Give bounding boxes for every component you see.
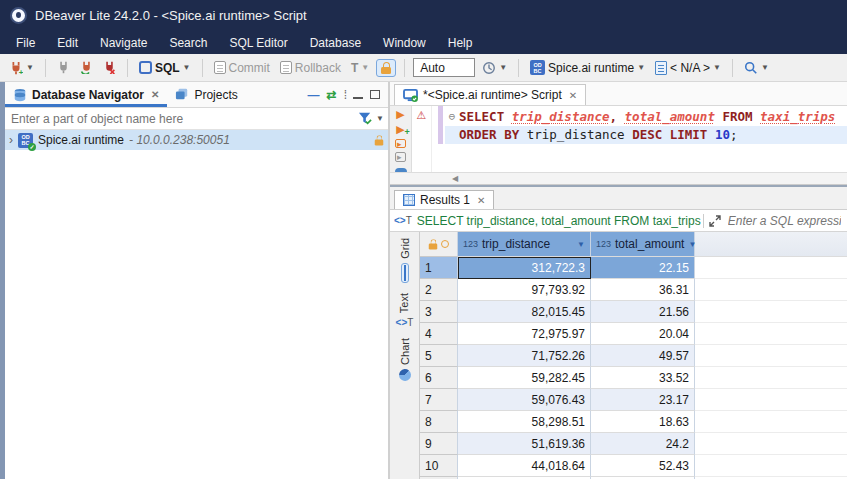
link-with-editor-icon[interactable]: ⇄ <box>327 88 337 102</box>
tab-projects[interactable]: Projects <box>167 82 245 107</box>
active-connection-selector[interactable]: ODBC Spice.ai runtime ▼ <box>527 58 648 77</box>
rollback-button[interactable]: Rollback <box>277 59 344 77</box>
explain-plan-icon[interactable] <box>395 152 406 161</box>
transaction-log-button[interactable]: ▼ <box>479 59 510 77</box>
grid-corner-cell[interactable] <box>420 232 458 257</box>
sql-expression-input[interactable] <box>726 213 843 229</box>
cell-total-amount[interactable]: 49.57 <box>591 345 695 367</box>
execute-script-icon[interactable] <box>395 139 406 148</box>
menu-database[interactable]: Database <box>300 34 371 52</box>
menu-edit[interactable]: Edit <box>47 34 88 52</box>
cell-trip-distance[interactable]: 59,076.43 <box>458 389 591 411</box>
row-number[interactable]: 1 <box>420 257 458 279</box>
cell-total-amount[interactable]: 33.52 <box>591 367 695 389</box>
cell-trip-distance[interactable]: 71,752.26 <box>458 345 591 367</box>
code-line-1[interactable]: ⊖ SELECT trip_distance, total_amount FRO… <box>445 108 847 126</box>
cell-trip-distance[interactable]: 44,018.64 <box>458 455 591 477</box>
menu-help[interactable]: Help <box>438 34 483 52</box>
sort-arrow-icon[interactable]: ▼ <box>577 240 585 249</box>
menu-sql-editor[interactable]: SQL Editor <box>219 34 297 52</box>
tab-sql-script[interactable]: *<Spice.ai runtime> Script ✕ <box>394 84 586 105</box>
tab-results-1[interactable]: Results 1 ✕ <box>394 190 494 209</box>
table-row[interactable]: 1312,722.322.15 <box>420 257 847 279</box>
connection-tree-item[interactable]: › ODBC Spice.ai runtime - 10.0.0.238:500… <box>5 130 388 150</box>
table-row[interactable]: 858,298.5118.63 <box>420 411 847 433</box>
execute-statement-icon[interactable]: ▶ <box>396 109 404 120</box>
maximize-icon[interactable] <box>370 90 380 99</box>
table-row[interactable]: 659,282.4533.52 <box>420 367 847 389</box>
cell-total-amount[interactable]: 22.15 <box>591 257 695 279</box>
cell-trip-distance[interactable]: 72,975.97 <box>458 323 591 345</box>
tab-database-navigator[interactable]: Database Navigator ✕ <box>5 82 167 107</box>
menu-file[interactable]: File <box>6 34 45 52</box>
object-filter-input[interactable] <box>9 111 354 127</box>
row-number[interactable]: 7 <box>420 389 458 411</box>
collapse-all-icon[interactable]: — <box>308 88 320 102</box>
cell-trip-distance[interactable]: 58,298.51 <box>458 411 591 433</box>
close-icon[interactable]: ✕ <box>151 89 159 100</box>
menu-window[interactable]: Window <box>373 34 436 52</box>
cell-total-amount[interactable]: 20.04 <box>591 323 695 345</box>
reconnect-button[interactable] <box>77 59 96 76</box>
rollback-label: Rollback <box>295 61 341 75</box>
sql-code-area[interactable]: ⊖ SELECT trip_distance, total_amount FRO… <box>445 106 847 172</box>
row-number[interactable]: 2 <box>420 279 458 301</box>
table-row[interactable]: 297,793.9236.31 <box>420 279 847 301</box>
disconnect-button[interactable] <box>100 59 119 76</box>
view-tab-grid[interactable]: Grid <box>399 238 411 283</box>
view-menu-icon[interactable]: ⁞ <box>344 88 346 102</box>
tab-label: Text <box>398 293 410 313</box>
table-row[interactable]: 472,975.9720.04 <box>420 323 847 345</box>
main-toolbar: + ▼ SQL ▼ Commit Rollback T ▼ <box>0 54 847 82</box>
cell-total-amount[interactable]: 21.56 <box>591 301 695 323</box>
fold-collapse-icon[interactable]: ⊖ <box>445 108 459 126</box>
column-header-trip-distance[interactable]: 123 trip_distance ▼ <box>458 232 591 257</box>
search-button[interactable]: ▼ <box>741 59 772 77</box>
table-row[interactable]: 382,015.4521.56 <box>420 301 847 323</box>
table-row[interactable]: 571,752.2649.57 <box>420 345 847 367</box>
chevron-right-icon[interactable]: › <box>9 133 13 147</box>
row-number[interactable]: 3 <box>420 301 458 323</box>
cell-total-amount[interactable]: 23.17 <box>591 389 695 411</box>
commit-button[interactable]: Commit <box>211 59 273 77</box>
row-number[interactable]: 4 <box>420 323 458 345</box>
cell-trip-distance[interactable]: 82,015.45 <box>458 301 591 323</box>
cell-trip-distance[interactable]: 59,282.45 <box>458 367 591 389</box>
expand-panel-icon[interactable] <box>709 215 721 227</box>
minimize-icon[interactable] <box>353 96 363 99</box>
active-schema-selector[interactable]: < N/A > ▼ <box>652 59 724 77</box>
close-icon[interactable]: ✕ <box>569 90 577 101</box>
filter-icon[interactable] <box>358 112 372 125</box>
row-number[interactable]: 6 <box>420 367 458 389</box>
menu-navigate[interactable]: Navigate <box>90 34 157 52</box>
view-tab-text[interactable]: Text <>T <box>396 293 414 328</box>
row-number[interactable]: 8 <box>420 411 458 433</box>
cell-total-amount[interactable]: 52.43 <box>591 455 695 477</box>
row-number[interactable]: 10 <box>420 455 458 477</box>
code-line-2[interactable]: ORDER BY trip_distance DESC LIMIT 10; <box>445 126 847 144</box>
sql-editor-button[interactable]: SQL ▼ <box>136 59 194 77</box>
auto-commit-combo[interactable]: Auto <box>413 58 475 77</box>
table-row[interactable]: 1044,018.6452.43 <box>420 455 847 477</box>
editor-horizontal-scrollbar[interactable]: ◀ <box>390 172 847 185</box>
column-header-total-amount[interactable]: 123 total_amount ▼ <box>591 232 695 257</box>
close-icon[interactable]: ✕ <box>477 195 485 206</box>
menu-search[interactable]: Search <box>159 34 217 52</box>
table-row[interactable]: 759,076.4323.17 <box>420 389 847 411</box>
cell-total-amount[interactable]: 18.63 <box>591 411 695 433</box>
table-row[interactable]: 951,619.3624.2 <box>420 433 847 455</box>
row-number[interactable]: 5 <box>420 345 458 367</box>
connection-lock-toggle[interactable] <box>376 59 396 77</box>
cell-trip-distance[interactable]: 51,619.36 <box>458 433 591 455</box>
view-tab-chart[interactable]: Chart <box>399 338 411 381</box>
row-number[interactable]: 9 <box>420 433 458 455</box>
new-connection-button[interactable]: + ▼ <box>6 59 37 77</box>
connect-button[interactable] <box>54 59 73 76</box>
transaction-mode-button[interactable]: T ▼ <box>348 59 372 77</box>
cell-trip-distance[interactable]: 312,722.3 <box>458 257 591 279</box>
cell-total-amount[interactable]: 36.31 <box>591 279 695 301</box>
chevron-down-icon[interactable]: ▼ <box>376 115 384 123</box>
execute-new-tab-icon[interactable]: ▶ <box>396 124 404 135</box>
cell-total-amount[interactable]: 24.2 <box>591 433 695 455</box>
cell-trip-distance[interactable]: 97,793.92 <box>458 279 591 301</box>
